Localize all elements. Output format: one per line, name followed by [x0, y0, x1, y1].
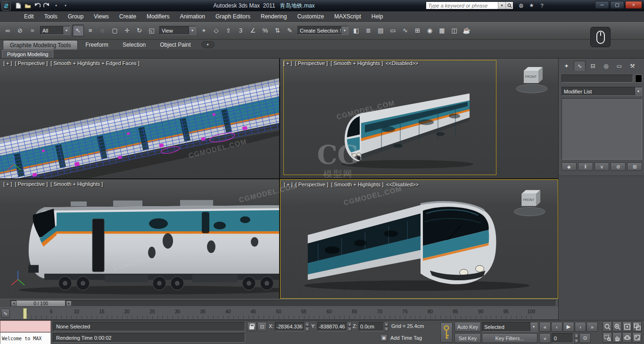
goto-end-button[interactable]: »	[586, 322, 598, 332]
pin-stack-icon[interactable]: ◈	[561, 162, 577, 171]
application-menu-button[interactable]: Ƨ	[1, 1, 11, 11]
z-spinner[interactable]: ▴▾	[384, 322, 388, 331]
viewport-menu-general[interactable]: [ + ]	[284, 182, 293, 187]
menu-item[interactable]: Help	[366, 11, 388, 21]
material-editor-icon[interactable]: ◉	[424, 25, 436, 36]
hierarchy-tab-icon[interactable]: ⊟	[587, 61, 599, 71]
window-crossing-icon[interactable]: ▢	[109, 25, 121, 36]
viewport-menu-shading[interactable]: [ Smooth + Highlights ]	[330, 60, 383, 66]
search-go-button[interactable]	[505, 2, 513, 9]
viewport-menu-pov[interactable]: [ Perspective ]	[15, 60, 48, 66]
menu-item[interactable]: Customize	[292, 11, 329, 21]
workspace-flyout-icon[interactable]: ▾	[61, 1, 70, 10]
menu-item[interactable]: Rendering	[256, 11, 292, 21]
percent-snap-icon[interactable]: %	[259, 25, 271, 36]
select-object-icon[interactable]: ↖	[72, 25, 84, 36]
set-key-button[interactable]: Set Key	[454, 333, 481, 343]
menu-item[interactable]: Tools	[39, 11, 63, 21]
menu-item[interactable]: Animation	[175, 11, 210, 21]
open-file-icon[interactable]	[24, 1, 32, 10]
auto-key-button[interactable]: Auto Key	[454, 322, 481, 332]
search-scope-button[interactable]: ▾	[498, 2, 505, 9]
render-setup-icon[interactable]: ▦	[436, 25, 448, 36]
maxscript-mini-listener-input[interactable]	[0, 320, 51, 332]
show-end-result-icon[interactable]: ‖	[578, 162, 593, 171]
z-coordinate-field[interactable]: 0.0cm	[359, 322, 384, 331]
previous-frame-arrow[interactable]: ◂	[11, 301, 17, 306]
quick-access-flyout-icon[interactable]: ▾	[52, 1, 60, 10]
menu-item[interactable]: Create	[114, 11, 141, 21]
layer-manager-icon[interactable]: ▤	[375, 25, 387, 36]
motion-tab-icon[interactable]: ◎	[600, 61, 612, 71]
next-frame-button[interactable]: ›	[575, 322, 586, 332]
object-name-field[interactable]	[561, 75, 633, 83]
new-scene-icon[interactable]	[14, 1, 23, 10]
menu-item[interactable]: Edit	[19, 11, 39, 21]
undo-icon[interactable]	[33, 1, 41, 10]
menu-item[interactable]: Group	[63, 11, 89, 21]
zoom-all-button[interactable]	[612, 321, 622, 332]
open-mini-curve-editor-button[interactable]: ∿	[1, 309, 10, 318]
graphite-modeling-toggle-icon[interactable]: ▭	[387, 25, 399, 36]
tab-object-paint[interactable]: Object Paint	[153, 40, 197, 50]
previous-key-button[interactable]: «	[539, 333, 551, 343]
help-icon[interactable]: ?	[537, 1, 546, 9]
selection-region-icon[interactable]: ◌	[97, 25, 108, 36]
key-filters-button[interactable]: Key Filters...	[482, 333, 537, 343]
minimize-ribbon-button[interactable]: ▾	[201, 41, 215, 48]
time-slider-track[interactable]	[10, 300, 556, 307]
absolute-offset-mode-toggle[interactable]: ⊡	[257, 322, 267, 331]
viewport-top-left[interactable]: [ + ] [ Perspective ] [ Smooth + Highlig…	[0, 59, 279, 178]
named-selection-set-select[interactable]: Create Selection Set▾	[297, 26, 348, 35]
next-frame-arrow[interactable]: ▸	[66, 301, 72, 306]
mirror-icon[interactable]: ◧	[350, 25, 362, 36]
maxscript-mini-listener-output[interactable]: Welcome to MAX	[0, 332, 51, 344]
reference-coordinate-select[interactable]: View▾	[159, 26, 196, 35]
viewport-menu-pov[interactable]: [ Perspective ]	[295, 60, 328, 66]
menu-item[interactable]: Views	[89, 11, 114, 21]
menu-item[interactable]: Modifiers	[141, 11, 175, 21]
selection-lock-toggle[interactable]	[247, 322, 256, 331]
close-button[interactable]: ×	[625, 1, 642, 9]
bind-to-spacewarp-icon[interactable]: ≈	[26, 25, 38, 36]
menu-item[interactable]: Graph Editors	[210, 11, 256, 21]
viewport-menu-general[interactable]: [ + ]	[283, 60, 292, 66]
tab-selection[interactable]: Selection	[116, 40, 152, 50]
key-mode-select[interactable]: Selected ▾	[482, 322, 537, 332]
display-tab-icon[interactable]: ▭	[613, 61, 625, 71]
menu-item[interactable]: MAXScript	[329, 11, 366, 21]
unlink-selection-icon[interactable]: ⊘	[14, 25, 26, 36]
viewport-menu-shading[interactable]: [ Smooth + Highlights ]	[331, 182, 383, 187]
prev-frame-button[interactable]: ‹	[551, 322, 562, 332]
tab-graphite-modeling-tools[interactable]: Graphite Modeling Tools	[3, 40, 78, 50]
rendered-frame-icon[interactable]: ◫	[448, 25, 460, 36]
current-frame-field[interactable]: 0	[552, 333, 573, 343]
viewport-menu-shading[interactable]: [ Smooth + Highlights + Edged Faces ]	[50, 60, 139, 66]
select-by-name-icon[interactable]: ≡	[84, 25, 96, 36]
maximize-button[interactable]: ▢	[610, 1, 624, 9]
zoom-region-button[interactable]	[603, 332, 612, 343]
modifier-list-select[interactable]: Modifier List ▾	[561, 87, 642, 96]
play-button[interactable]: ▶	[563, 322, 574, 332]
zoom-extents-all-button[interactable]	[632, 321, 642, 332]
key-step-toggle[interactable]: ⊙	[579, 333, 591, 343]
select-and-rotate-icon[interactable]: ↻	[133, 25, 145, 36]
create-tab-icon[interactable]: ✦	[561, 61, 572, 71]
select-and-move-icon[interactable]: ✛	[121, 25, 133, 36]
minimize-button[interactable]: ─	[595, 1, 609, 9]
snaps-toggle-icon[interactable]: 3	[235, 25, 247, 36]
search-input[interactable]	[426, 3, 498, 8]
viewport-menu-shading[interactable]: [ Smooth + Highlights ]	[50, 181, 103, 187]
viewport-menu-general[interactable]: [ + ]	[3, 60, 12, 66]
use-pivot-center-icon[interactable]: ⌖	[198, 25, 210, 36]
x-coordinate-field[interactable]: -28364.336	[275, 322, 305, 331]
3d-mouse-panel[interactable]	[590, 27, 611, 47]
angle-snap-icon[interactable]: ∠	[247, 25, 259, 36]
favorites-icon[interactable]: ★	[527, 1, 536, 9]
spinner-snap-icon[interactable]: ⇅	[272, 25, 283, 36]
viewport-bottom-right-active[interactable]: FRONT [ + ] [ Perspective ] [ Smooth + H…	[280, 179, 558, 299]
trackbar-frame-indicator[interactable]	[23, 308, 27, 319]
schematic-view-icon[interactable]: ⊞	[412, 25, 423, 36]
remove-modifier-icon[interactable]: ⊘	[611, 162, 626, 171]
add-time-tag-button[interactable]: Add Time Tag	[390, 335, 422, 341]
